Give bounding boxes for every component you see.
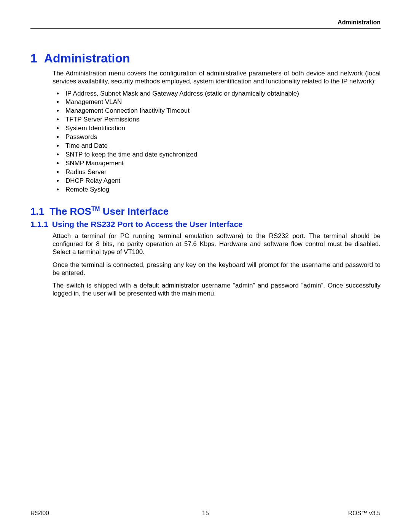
subsection-number: 1.1.1 (30, 220, 48, 229)
list-item: IP Address, Subnet Mask and Gateway Addr… (63, 89, 381, 98)
list-item: DHCP Relay Agent (63, 177, 381, 185)
intro-paragraph: The Administration menu covers the confi… (53, 69, 381, 86)
footer-left: RS400 (30, 510, 49, 517)
footer-right: ROS™ v3.5 (348, 510, 381, 517)
section-title-pre: The ROS (49, 206, 91, 217)
chapter-heading: 1Administration (30, 51, 381, 66)
chapter-number: 1 (30, 51, 37, 66)
list-item: SNMP Management (63, 159, 381, 168)
page: Administration 1Administration The Admin… (0, 0, 411, 532)
footer-version: v3.5 (367, 510, 381, 516)
list-item: Management VLAN (63, 98, 381, 107)
section-title-post: User Interface (100, 206, 169, 217)
subsection-title: Using the RS232 Port to Access the User … (52, 220, 243, 228)
list-item: Remote Syslog (63, 185, 381, 194)
body-paragraph: Attach a terminal (or PC running termina… (53, 232, 381, 256)
section-heading: 1.1The ROSTM User Interface (30, 206, 381, 217)
trademark-symbol: ™ (361, 510, 367, 516)
section-number: 1.1 (30, 206, 44, 217)
list-item: Passwords (63, 133, 381, 142)
list-item: Radius Server (63, 168, 381, 177)
list-item: TFTP Server Permissions (63, 115, 381, 124)
body-paragraph: The switch is shipped with a default adm… (53, 281, 381, 298)
list-item: Management Connection Inactivity Timeout (63, 107, 381, 115)
header-rule (30, 28, 381, 29)
footer-product: ROS (348, 510, 362, 516)
footer-page-number: 15 (30, 510, 381, 517)
page-footer: RS400 15 ROS™ v3.5 (30, 510, 381, 517)
list-item: Time and Date (63, 142, 381, 150)
subsection-heading: 1.1.1Using the RS232 Port to Access the … (30, 220, 381, 229)
list-item: System Identification (63, 124, 381, 133)
feature-list: IP Address, Subnet Mask and Gateway Addr… (53, 89, 381, 194)
chapter-title: Administration (44, 51, 130, 65)
trademark-superscript: TM (91, 206, 100, 212)
body-paragraph: Once the terminal is connected, pressing… (53, 261, 381, 277)
running-header: Administration (30, 19, 381, 28)
list-item: SNTP to keep the time and date synchroni… (63, 150, 381, 159)
